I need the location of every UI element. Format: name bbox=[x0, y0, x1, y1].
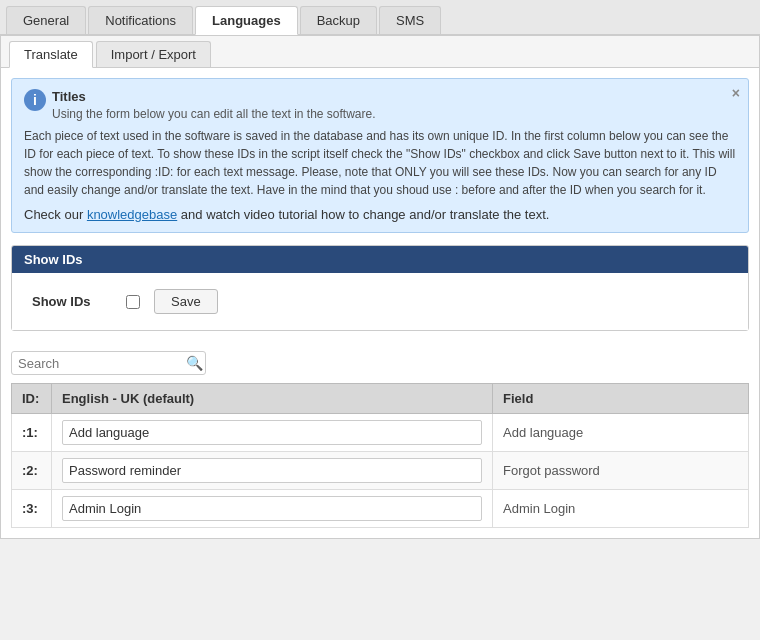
row-3-id: :3: bbox=[12, 490, 52, 528]
row-3-text-input[interactable] bbox=[62, 496, 482, 521]
tab-backup[interactable]: Backup bbox=[300, 6, 377, 34]
tab-languages[interactable]: Languages bbox=[195, 6, 298, 35]
sub-tabs-bar: Translate Import / Export bbox=[1, 36, 759, 68]
show-ids-header: Show IDs bbox=[12, 246, 748, 273]
search-row: 🔍 bbox=[1, 341, 759, 383]
tab-general[interactable]: General bbox=[6, 6, 86, 34]
translations-table: ID: English - UK (default) Field :1: Add… bbox=[11, 383, 749, 528]
show-ids-checkbox[interactable] bbox=[126, 295, 140, 309]
col-header-id: ID: bbox=[12, 384, 52, 414]
info-icon: i bbox=[24, 89, 46, 111]
top-tabs-bar: General Notifications Languages Backup S… bbox=[0, 0, 760, 35]
show-ids-section: Show IDs Show IDs Save bbox=[11, 245, 749, 331]
row-1-text-input[interactable] bbox=[62, 420, 482, 445]
main-content: Translate Import / Export i Titles Using… bbox=[0, 35, 760, 539]
row-2-text-input[interactable] bbox=[62, 458, 482, 483]
row-3-field: Admin Login bbox=[493, 490, 749, 528]
show-ids-save-button[interactable]: Save bbox=[154, 289, 218, 314]
info-box-after-link: and watch video tutorial how to change a… bbox=[177, 207, 549, 222]
table-header-row: ID: English - UK (default) Field bbox=[12, 384, 749, 414]
row-1-id: :1: bbox=[12, 414, 52, 452]
col-header-english: English - UK (default) bbox=[52, 384, 493, 414]
info-box-subtitle: Using the form below you can edit all th… bbox=[52, 107, 376, 121]
show-ids-label: Show IDs bbox=[32, 294, 112, 309]
subtab-import-export[interactable]: Import / Export bbox=[96, 41, 211, 67]
info-box-link[interactable]: knowledgebase bbox=[87, 207, 177, 222]
info-box-title: Titles bbox=[52, 89, 376, 104]
show-ids-row: Show IDs Save bbox=[32, 289, 728, 314]
row-3-text-cell bbox=[52, 490, 493, 528]
tab-notifications[interactable]: Notifications bbox=[88, 6, 193, 34]
search-input-wrap: 🔍 bbox=[11, 351, 206, 375]
search-icon: 🔍 bbox=[186, 355, 203, 371]
table-row: :1: Add language bbox=[12, 414, 749, 452]
row-1-field: Add language bbox=[493, 414, 749, 452]
search-input[interactable] bbox=[18, 356, 186, 371]
info-box-footer: Check our knowledgebase and watch video … bbox=[24, 207, 736, 222]
info-box-close-button[interactable]: × bbox=[732, 85, 740, 101]
info-box: i Titles Using the form below you can ed… bbox=[11, 78, 749, 233]
show-ids-body: Show IDs Save bbox=[12, 273, 748, 330]
row-2-text-cell bbox=[52, 452, 493, 490]
tab-sms[interactable]: SMS bbox=[379, 6, 441, 34]
table-row: :2: Forgot password bbox=[12, 452, 749, 490]
row-2-id: :2: bbox=[12, 452, 52, 490]
row-2-field: Forgot password bbox=[493, 452, 749, 490]
row-1-text-cell bbox=[52, 414, 493, 452]
table-row: :3: Admin Login bbox=[12, 490, 749, 528]
col-header-field: Field bbox=[493, 384, 749, 414]
table-wrap: ID: English - UK (default) Field :1: Add… bbox=[1, 383, 759, 538]
subtab-translate[interactable]: Translate bbox=[9, 41, 93, 68]
info-box-body: Each piece of text used in the software … bbox=[24, 127, 736, 199]
info-box-before-link: Check our bbox=[24, 207, 87, 222]
